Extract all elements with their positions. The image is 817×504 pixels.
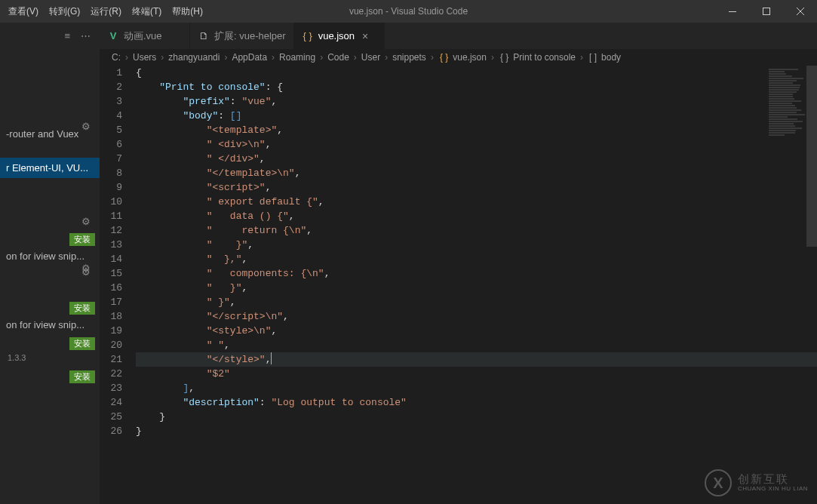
install-badge[interactable]: 安装 bbox=[69, 233, 95, 246]
menu-goto[interactable]: 转到(G) bbox=[44, 0, 85, 23]
tab-bar: V动画.vue🗋扩展: vue-helper{ }vue.json× bbox=[100, 23, 817, 49]
line-number: 25 bbox=[100, 410, 122, 424]
title-bar: 查看(V) 转到(G) 运行(R) 终端(T) 帮助(H) vue.json -… bbox=[0, 0, 817, 23]
code-content[interactable]: { "Print to console": { "prefix": "vue",… bbox=[136, 66, 817, 504]
code-line[interactable]: " }", bbox=[136, 238, 817, 252]
minimize-button[interactable] bbox=[715, 0, 749, 23]
token-key: "Print to console" bbox=[159, 80, 265, 94]
crumb[interactable]: Roaming bbox=[279, 52, 315, 63]
chevron-right-icon: › bbox=[320, 52, 323, 63]
crumb[interactable]: zhangyuandi bbox=[168, 52, 220, 63]
close-button[interactable] bbox=[783, 0, 817, 23]
crumb[interactable]: Users bbox=[133, 52, 156, 63]
maximize-icon bbox=[763, 8, 770, 15]
watermark: X 创新互联 CHUANG XIN HU LIAN bbox=[705, 469, 808, 496]
sidebar-more-icon[interactable]: ⋯ bbox=[81, 30, 91, 41]
code-line[interactable]: } bbox=[136, 424, 817, 438]
install-badge[interactable]: 安装 bbox=[69, 337, 95, 350]
vertical-scrollbar[interactable] bbox=[806, 66, 817, 504]
token-punc: : bbox=[230, 94, 242, 109]
sidebar-collapse-icon[interactable]: ≡ bbox=[64, 30, 70, 41]
code-line[interactable]: } bbox=[136, 410, 817, 424]
code-line[interactable]: " }", bbox=[136, 281, 817, 295]
token-punc: , bbox=[241, 252, 247, 266]
code-line[interactable]: "description": "Log output to console" bbox=[136, 395, 817, 410]
crumb[interactable]: Code bbox=[327, 52, 349, 63]
code-line[interactable]: ], bbox=[136, 381, 817, 395]
token-punc: , bbox=[247, 238, 253, 252]
line-number: 14 bbox=[100, 252, 122, 266]
tab-1[interactable]: 🗋扩展: vue-helper bbox=[190, 23, 294, 49]
breadcrumbs[interactable]: C:›Users›zhangyuandi›AppData›Roaming›Cod… bbox=[100, 49, 817, 66]
line-number: 13 bbox=[100, 238, 122, 252]
code-line[interactable]: "</style>", bbox=[136, 352, 817, 367]
maximize-button[interactable] bbox=[749, 0, 783, 23]
tab-2[interactable]: { }vue.json× bbox=[294, 23, 385, 49]
token-str: "<template>" bbox=[207, 123, 278, 137]
crumb-node[interactable]: Print to console bbox=[513, 52, 576, 63]
code-line[interactable]: "<style>\n", bbox=[136, 324, 817, 338]
line-number: 5 bbox=[100, 123, 122, 137]
install-badge[interactable]: 安装 bbox=[69, 370, 95, 383]
file-icon: 🗋 bbox=[198, 30, 210, 42]
code-line[interactable]: " components: {\n", bbox=[136, 266, 817, 281]
chevron-right-icon: › bbox=[580, 52, 583, 63]
code-line[interactable]: " export default {", bbox=[136, 195, 817, 209]
token-punc: , bbox=[260, 152, 266, 166]
ext-row-router[interactable]: -router and Vuex bbox=[0, 124, 100, 144]
line-number: 18 bbox=[100, 309, 122, 324]
crumb[interactable]: snippets bbox=[392, 52, 426, 63]
crumb[interactable]: User bbox=[361, 52, 380, 63]
crumb-file[interactable]: vue.json bbox=[453, 52, 487, 63]
code-line[interactable]: "<template>", bbox=[136, 123, 817, 137]
token-punc: , bbox=[266, 352, 272, 367]
code-line[interactable]: "Print to console": { bbox=[136, 80, 817, 94]
code-editor[interactable]: 1234567891011121314151617181920212223242… bbox=[100, 66, 817, 504]
token-key: "body" bbox=[183, 109, 218, 123]
ext-row-element[interactable]: r Element-UI, VU... bbox=[0, 158, 100, 178]
code-line[interactable]: " data () {", bbox=[136, 209, 817, 223]
token-bracket: ] bbox=[183, 381, 189, 395]
code-line[interactable]: "<script>", bbox=[136, 180, 817, 195]
token-key: "prefix" bbox=[183, 94, 229, 109]
line-number: 11 bbox=[100, 209, 122, 223]
scrollbar-thumb[interactable] bbox=[806, 66, 817, 247]
editor-area: V动画.vue🗋扩展: vue-helper{ }vue.json× C:›Us… bbox=[100, 23, 817, 504]
code-line[interactable]: "body": [] bbox=[136, 109, 817, 123]
ext-row-iview1[interactable]: on for iview snip... bbox=[0, 246, 100, 266]
line-number: 8 bbox=[100, 166, 122, 180]
chevron-right-icon: › bbox=[491, 52, 494, 63]
tab-0[interactable]: V动画.vue bbox=[100, 23, 190, 49]
code-line[interactable]: " return {\n", bbox=[136, 223, 817, 238]
code-line[interactable]: "</script>\n", bbox=[136, 309, 817, 324]
menu-terminal[interactable]: 终端(T) bbox=[127, 0, 167, 23]
code-line[interactable]: "prefix": "vue", bbox=[136, 94, 817, 109]
code-line[interactable]: " },", bbox=[136, 252, 817, 266]
install-badge[interactable]: 安装 bbox=[69, 302, 95, 315]
line-gutter: 1234567891011121314151617181920212223242… bbox=[100, 66, 136, 504]
gear-icon[interactable]: ⚙ bbox=[81, 266, 91, 278]
token-punc: , bbox=[295, 166, 301, 180]
code-line[interactable]: " ", bbox=[136, 338, 817, 352]
code-line[interactable]: " </div>", bbox=[136, 152, 817, 166]
crumb-tail[interactable]: body bbox=[601, 52, 621, 63]
code-line[interactable]: " }", bbox=[136, 295, 817, 309]
code-line[interactable]: "</template>\n", bbox=[136, 166, 817, 180]
line-number: 24 bbox=[100, 395, 122, 410]
code-line[interactable]: { bbox=[136, 66, 817, 80]
token-str: "$2" bbox=[207, 367, 230, 381]
menu-run[interactable]: 运行(R) bbox=[85, 0, 127, 23]
tab-close-icon[interactable]: × bbox=[362, 30, 368, 42]
crumb[interactable]: AppData bbox=[232, 52, 267, 63]
chevron-right-icon: › bbox=[431, 52, 434, 63]
line-number: 19 bbox=[100, 324, 122, 338]
gear-icon[interactable]: ⚙ bbox=[81, 216, 91, 227]
ext-row-iview2[interactable]: on for iview snip... bbox=[0, 315, 100, 335]
menu-view[interactable]: 查看(V) bbox=[3, 0, 44, 23]
code-line[interactable]: " <div>\n", bbox=[136, 137, 817, 152]
code-line[interactable]: "$2" bbox=[136, 367, 817, 381]
token-punc: : bbox=[260, 395, 272, 410]
menu-help[interactable]: 帮助(H) bbox=[167, 0, 208, 23]
token-str: " data () {" bbox=[207, 209, 289, 223]
crumb[interactable]: C: bbox=[112, 52, 121, 63]
